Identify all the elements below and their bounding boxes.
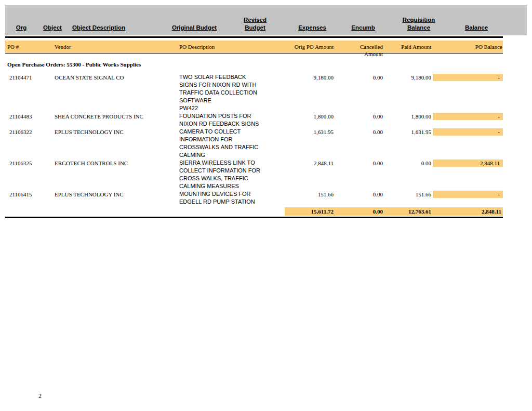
po-row: 21106325 ERGOTECH CONTROLS INC SIERRA WI…	[0, 159, 532, 190]
paid-amount-header: Paid Amount	[384, 43, 431, 50]
paid-amount-cell: 9,180.00	[384, 74, 431, 82]
po-number-header: PO #	[7, 43, 19, 50]
orig-po-amount-cell: 9,180.00	[283, 74, 334, 82]
orig-po-amount-header: Orig PO Amount	[283, 43, 334, 50]
orig-po-amount-cell: 1,631.95	[283, 128, 334, 136]
column-header-org: Org	[9, 24, 33, 32]
po-balance-cell: -	[433, 128, 503, 136]
column-header-revised-budget: Revised Budget	[238, 16, 272, 32]
column-header-balance: Balance	[459, 24, 494, 32]
po-row: 21106322 EPLUS TECHNOLOGY INC CAMERA TO …	[0, 128, 532, 159]
po-row: 21106415 EPLUS TECHNOLOGY INC MOUNTING D…	[0, 190, 532, 206]
totals-orig-amount: 15,611.72	[283, 208, 334, 215]
po-number-cell: 21106322	[9, 128, 51, 136]
po-row: 21104483 SHEA CONCRETE PRODUCTS INC FOUN…	[0, 112, 532, 128]
column-header-expenses: Expenses	[292, 24, 332, 32]
cancelled-amount-header: Cancelled Amount	[340, 43, 383, 58]
po-number-cell: 21104483	[9, 113, 51, 121]
header-divider-rule	[5, 36, 503, 38]
po-description-cell: FOUNDATION POSTS FORNIXON RD FEEDBACK SI…	[179, 112, 281, 128]
cancelled-amount-cell: 0.00	[340, 74, 383, 82]
po-balance-cell: -	[433, 113, 503, 120]
vendor-cell: SHEA CONCRETE PRODUCTS INC	[55, 113, 177, 121]
report-bottom-rule	[5, 217, 503, 218]
paid-amount-cell: 0.00	[384, 160, 431, 167]
orig-po-amount-cell: 2,848.11	[283, 160, 334, 167]
paid-amount-cell: 1,631.95	[384, 128, 431, 136]
column-header-original-budget: Original Budget	[166, 24, 222, 32]
paid-amount-cell: 1,800.00	[384, 113, 431, 121]
orig-po-amount-cell: 151.66	[283, 191, 334, 198]
column-header-requisition-balance: Requisition Balance	[394, 16, 444, 32]
po-description-header: PO Description	[179, 43, 215, 50]
vendor-cell: ERGOTECH CONTROLS INC	[55, 160, 177, 167]
cancelled-amount-cell: 0.00	[340, 160, 383, 167]
orig-po-amount-cell: 1,800.00	[283, 113, 334, 121]
vendor-cell: EPLUS TECHNOLOGY INC	[55, 191, 177, 198]
po-balance-cell: 2,848.11	[433, 160, 503, 167]
page-number: 2	[38, 392, 42, 400]
cancelled-amount-cell: 0.00	[340, 191, 383, 198]
totals-po-balance: 2,848.11	[433, 208, 501, 215]
report-page: { "colors": { "header_gray": "#c3c3c3", …	[0, 0, 532, 411]
vendor-cell: OCEAN STATE SIGNAL CO	[55, 74, 177, 82]
po-rows: 21104471 OCEAN STATE SIGNAL CO TWO SOLAR…	[0, 73, 532, 218]
po-number-cell: 21106325	[9, 160, 51, 167]
po-balance-header: PO Balance	[433, 43, 502, 50]
po-description-cell: CAMERA TO COLLECTINFORMATION FORCROSSWAL…	[179, 128, 281, 159]
totals-cancelled-amount: 0.00	[340, 208, 383, 215]
po-header-band: PO # Vendor PO Description Orig PO Amoun…	[5, 41, 503, 54]
totals-row: 15,611.72 0.00 12,763.61 2,848.11	[0, 207, 532, 216]
totals-paid-amount: 12,763.61	[384, 208, 431, 215]
column-header-object-description: Object Description	[62, 24, 135, 32]
section-title: Open Purchase Orders: 55300 - Public Wor…	[7, 61, 141, 68]
po-balance-cell: -	[433, 191, 503, 198]
po-description-cell: MOUNTING DEVICES FOREDGELL RD PUMP STATI…	[179, 190, 281, 206]
po-number-cell: 21106415	[9, 191, 51, 198]
po-description-cell: SIERRA WIRELESS LINK TOCOLLECT INFORMATI…	[179, 159, 281, 190]
po-number-cell: 21104471	[9, 74, 51, 82]
vendor-cell: EPLUS TECHNOLOGY INC	[55, 128, 177, 136]
column-header-encumb: Encumb	[344, 24, 382, 32]
cancelled-amount-cell: 0.00	[340, 113, 383, 121]
budget-header-band: Org Object Object Description Original B…	[5, 5, 527, 35]
po-row: 21104471 OCEAN STATE SIGNAL CO TWO SOLAR…	[0, 73, 532, 112]
po-description-cell: TWO SOLAR FEEDBACKSIGNS FOR NIXON RD WIT…	[179, 73, 281, 112]
po-balance-cell: -	[433, 74, 503, 81]
vendor-header: Vendor	[55, 43, 71, 50]
cancelled-amount-cell: 0.00	[340, 128, 383, 136]
paid-amount-cell: 151.66	[384, 191, 431, 198]
